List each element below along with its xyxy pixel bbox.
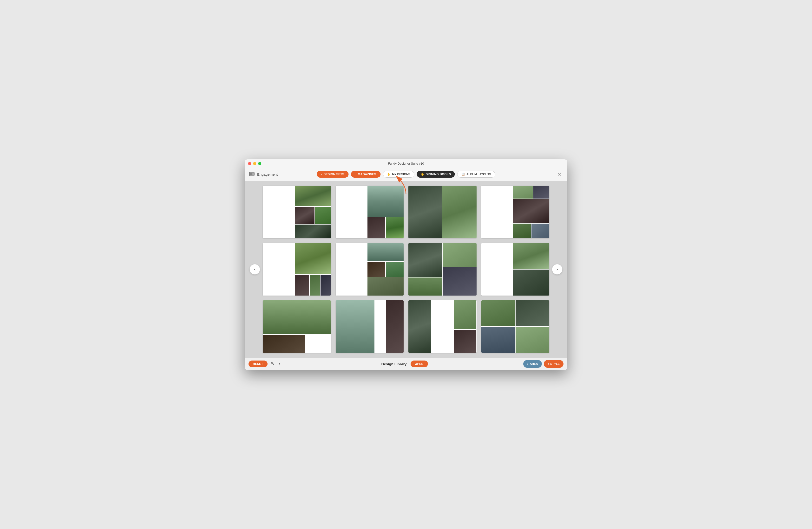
layout-card[interactable] xyxy=(263,243,331,296)
magazines-chevron: › xyxy=(356,173,357,176)
reset-label: RESET xyxy=(253,362,263,366)
layout-card[interactable] xyxy=(336,186,404,238)
my-designs-icon: ✋ xyxy=(387,173,391,176)
bottom-bar: RESET ↻ ⟵ Design Library OPEN AREA STYLE xyxy=(245,358,567,370)
design-sets-chevron: › xyxy=(321,173,322,176)
magazines-button[interactable]: › MAGAZINES xyxy=(351,171,381,178)
layout-card[interactable] xyxy=(336,243,404,296)
layout-card[interactable] xyxy=(408,300,477,353)
toolbar-close-button[interactable]: ✕ xyxy=(555,171,564,178)
svg-rect-3 xyxy=(252,174,253,175)
style-label: STYLE xyxy=(550,362,560,366)
bottom-left: RESET ↻ ⟵ xyxy=(248,360,286,368)
title-bar: Fundy Designer Suite v10 xyxy=(245,159,567,168)
layout-card[interactable] xyxy=(481,186,550,238)
refresh-button[interactable]: ↻ xyxy=(270,360,275,368)
signing-books-icon: ✋ xyxy=(421,173,424,176)
signing-books-button[interactable]: ✋ SIGNING BOOKS xyxy=(417,171,455,178)
main-content: ‹ xyxy=(245,181,567,358)
main-window: Fundy Designer Suite v10 Engagement › DE… xyxy=(245,159,567,370)
layout-card[interactable] xyxy=(263,300,331,353)
area-button[interactable]: AREA xyxy=(523,360,542,368)
bottom-right: AREA STYLE xyxy=(523,360,564,368)
prev-icon: ‹ xyxy=(254,267,256,272)
undo-button[interactable]: ⟵ xyxy=(278,360,286,368)
area-chevron-icon xyxy=(527,362,528,366)
prev-page-button[interactable]: ‹ xyxy=(249,264,260,275)
project-icon xyxy=(248,171,255,178)
minimize-window-button[interactable] xyxy=(253,162,256,165)
style-chevron-icon xyxy=(548,362,549,366)
close-window-button[interactable] xyxy=(248,162,251,165)
window-title: Fundy Designer Suite v10 xyxy=(388,162,424,165)
my-designs-button[interactable]: ✋ MY DESIGNS xyxy=(383,171,414,178)
layout-card[interactable] xyxy=(481,300,550,353)
design-sets-label: DESIGN SETS xyxy=(324,173,344,176)
open-label: OPEN xyxy=(415,362,424,366)
layout-card[interactable] xyxy=(263,186,331,238)
open-button[interactable]: OPEN xyxy=(410,361,428,367)
reset-button[interactable]: RESET xyxy=(248,361,267,367)
undo-icon: ⟵ xyxy=(279,362,285,366)
style-button[interactable]: STYLE xyxy=(544,360,564,368)
svg-rect-2 xyxy=(252,173,254,174)
layout-card[interactable] xyxy=(408,243,477,296)
layout-card[interactable] xyxy=(408,186,477,238)
toolbar-left: Engagement xyxy=(248,171,278,178)
layout-card[interactable] xyxy=(336,300,404,353)
project-title: Engagement xyxy=(257,172,278,176)
my-designs-label: MY DESIGNS xyxy=(392,173,410,176)
layout-card[interactable] xyxy=(481,243,550,296)
bottom-center: Design Library OPEN xyxy=(289,361,520,367)
album-layouts-icon: 📋 xyxy=(461,173,465,176)
magazines-label: MAGAZINES xyxy=(358,173,376,176)
close-icon: ✕ xyxy=(557,172,562,177)
signing-books-label: SIGNING BOOKS xyxy=(426,173,451,176)
area-label: AREA xyxy=(530,362,538,366)
svg-rect-4 xyxy=(253,174,254,175)
maximize-window-button[interactable] xyxy=(258,162,261,165)
window-controls xyxy=(248,162,261,165)
next-icon: › xyxy=(556,267,558,272)
svg-rect-1 xyxy=(250,173,252,175)
album-layouts-label: ALBUM LAYOUTS xyxy=(466,173,491,176)
toolbar-center: › DESIGN SETS › MAGAZINES ✋ MY DESIGNS ✋… xyxy=(317,171,495,178)
refresh-icon: ↻ xyxy=(271,362,275,366)
toolbar: Engagement › DESIGN SETS › MAGAZINES ✋ M… xyxy=(245,168,567,181)
design-sets-button[interactable]: › DESIGN SETS xyxy=(317,171,348,178)
design-library-label: Design Library xyxy=(381,362,407,366)
next-page-button[interactable]: › xyxy=(552,264,563,275)
layout-grid xyxy=(245,181,567,358)
album-layouts-button[interactable]: 📋 ALBUM LAYOUTS xyxy=(457,171,495,178)
